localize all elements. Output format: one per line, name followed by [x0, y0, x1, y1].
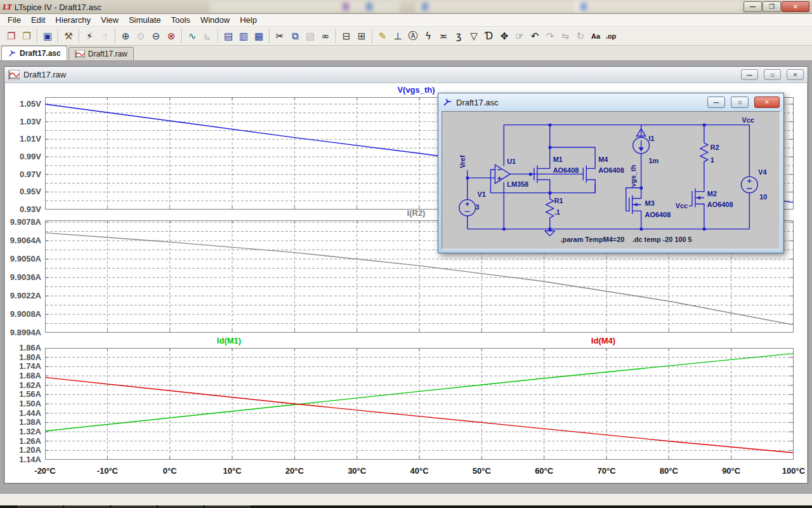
menu-simulate[interactable]: Simulate: [124, 14, 166, 26]
run-icon[interactable]: ⚡: [82, 29, 97, 44]
mosfet-m2: [689, 185, 704, 229]
menu-window[interactable]: Window: [195, 14, 235, 26]
y-axis-label: 1.86A: [5, 343, 41, 352]
tile-vertical-icon[interactable]: ▥: [236, 29, 251, 44]
toolbar-separator: [218, 29, 218, 43]
y-axis-label: 0.97V: [5, 170, 41, 179]
cut-icon[interactable]: ✂: [272, 29, 287, 44]
taskbar-button[interactable]: [65, 505, 109, 508]
waveform-close-button[interactable]: ✕: [787, 69, 804, 80]
menu-view[interactable]: View: [96, 14, 124, 26]
ltspice-logo-icon: LT: [3, 2, 11, 12]
i1-arrowhead: [639, 147, 644, 152]
schematic-close-button[interactable]: ✕: [754, 97, 780, 108]
plot-settings-icon[interactable]: ∿: [185, 29, 200, 44]
taskbar[interactable]: [0, 505, 812, 508]
halt-icon: ☝: [97, 29, 112, 44]
schematic-window: Draft17.asc — ▫ ✕: [438, 93, 784, 253]
waveform-minimize-button[interactable]: —: [741, 69, 758, 80]
menu-tools[interactable]: Tools: [166, 14, 195, 26]
tab-draft17-asc[interactable]: Draft17.asc: [1, 46, 67, 60]
toolbar-separator: [336, 29, 336, 43]
waveform-restore-button[interactable]: ▫: [764, 69, 781, 80]
menu-edit[interactable]: Edit: [26, 14, 50, 26]
zoom-full-icon[interactable]: ⊗: [164, 29, 179, 44]
taskbar-button[interactable]: [206, 505, 250, 508]
m3-arrowhead: [634, 203, 638, 206]
taskbar-button[interactable]: [18, 505, 62, 508]
menu-file[interactable]: File: [3, 14, 26, 26]
close-button[interactable]: ✕: [782, 1, 809, 12]
print-icon[interactable]: ⊟: [339, 29, 354, 44]
copy-icon[interactable]: ⧉: [287, 29, 303, 44]
place-diode-icon[interactable]: ▽: [466, 29, 481, 44]
undo-icon[interactable]: ↶: [527, 29, 542, 44]
mosfet-m4: [580, 147, 595, 193]
junction: [703, 124, 705, 126]
cascade-windows-icon[interactable]: ▦: [251, 29, 266, 44]
component-value-m2: AO6408: [707, 201, 733, 208]
menu-help[interactable]: Help: [235, 14, 262, 26]
new-schematic-icon[interactable]: ❒: [4, 29, 19, 44]
y-axis-label: 9.8994A: [5, 328, 41, 337]
trace-label-idm1[interactable]: Id(M1): [185, 336, 273, 345]
tile-horizontal-icon[interactable]: ▤: [221, 29, 236, 44]
wire: [490, 170, 595, 192]
waveform-icon: [8, 70, 20, 80]
place-ground-icon[interactable]: ⊥: [390, 29, 405, 44]
component-value-m3: AO6408: [645, 211, 671, 218]
restore-button[interactable]: ❐: [763, 1, 781, 12]
place-label-icon[interactable]: Ⓐ: [405, 29, 421, 44]
background-app-icon: [422, 3, 428, 11]
component-name-m2: M2: [707, 190, 717, 197]
window-titlebar[interactable]: LT LTspice IV - Draft17.asc — ❐ ✕: [0, 0, 812, 14]
schematic-window-titlebar[interactable]: Draft17.asc — ▫ ✕: [438, 93, 783, 111]
component-value-i1: 1m: [649, 157, 659, 165]
mosfet-m1: [531, 147, 550, 193]
draw-wire-icon[interactable]: ✎: [375, 29, 390, 44]
drag-icon[interactable]: ☞: [512, 29, 527, 44]
minimize-button[interactable]: —: [743, 1, 762, 12]
zoom-in-icon[interactable]: ⊕: [118, 29, 133, 44]
trace-idm1: [45, 354, 794, 431]
rotate-icon: ↻: [573, 29, 588, 44]
y-axis-label: 9.9064A: [5, 236, 41, 245]
schematic-restore-button[interactable]: ▫: [731, 97, 749, 108]
plot-pane-2[interactable]: [45, 348, 794, 460]
print-preview-icon[interactable]: ⊞: [354, 29, 369, 44]
waveform-window-title: Draft17.raw: [23, 70, 735, 79]
background-app-icon: [366, 3, 372, 11]
y-axis-label: 1.20A: [5, 445, 41, 455]
open-file-icon[interactable]: ❐: [19, 29, 34, 44]
spice-directive-icon[interactable]: .op: [603, 29, 619, 44]
schematic-canvas[interactable]: Vref Vcc vgs_th Vcc U1 LM358 M1 AO6408 M…: [442, 111, 780, 250]
v1-polarity: [465, 202, 470, 211]
x-axis-label: 90°C: [711, 466, 752, 476]
opamp-pins: [497, 170, 501, 180]
junction: [549, 228, 551, 231]
y-axis-label: 0.95V: [5, 187, 41, 196]
y-axis-label: 1.01V: [5, 134, 41, 144]
zoom-out-icon[interactable]: ⊖: [148, 29, 164, 44]
text-icon[interactable]: Aa: [588, 29, 603, 44]
taskbar-button[interactable]: [159, 505, 203, 508]
place-inductor-icon[interactable]: ʒ: [451, 29, 466, 44]
junction: [502, 228, 505, 231]
control-panel-icon[interactable]: ⚒: [61, 29, 76, 44]
taskbar-button[interactable]: [112, 505, 156, 508]
place-component-icon[interactable]: Ɗ: [481, 29, 497, 44]
place-capacitor-icon[interactable]: ≍: [436, 29, 451, 44]
background-window-blur: [416, 1, 587, 13]
waveform-window-titlebar[interactable]: Draft17.raw — ▫ ✕: [4, 67, 808, 83]
schematic-minimize-button[interactable]: —: [707, 97, 725, 108]
save-icon[interactable]: ▣: [40, 29, 55, 44]
tab-draft17-raw[interactable]: Draft17.raw: [69, 47, 134, 60]
tab-bar: Draft17.ascDraft17.raw: [0, 46, 812, 61]
trace-label-idm4[interactable]: Id(M4): [559, 336, 648, 345]
place-resistor-icon[interactable]: ϟ: [421, 29, 436, 44]
menu-hierarchy[interactable]: Hierarchy: [50, 14, 96, 26]
y-axis-label: 1.62A: [5, 380, 41, 390]
component-name-v1: V1: [478, 191, 486, 199]
move-icon[interactable]: ✥: [497, 29, 512, 44]
find-icon[interactable]: ∞: [318, 29, 333, 44]
